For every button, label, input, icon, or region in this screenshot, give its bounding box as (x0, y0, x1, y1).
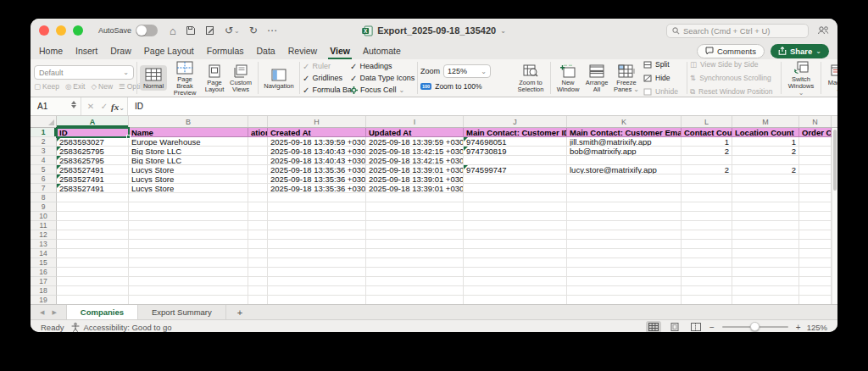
column-header-N[interactable]: N (799, 116, 832, 127)
cell-M1[interactable]: Location Count (732, 128, 799, 137)
cell-B6[interactable]: Lucys Store (129, 174, 248, 184)
cell-c217[interactable] (248, 277, 268, 286)
new-window-button[interactable]: New Window (554, 62, 582, 94)
cell-L1[interactable]: Contact Count (682, 128, 732, 137)
cell-M17[interactable] (732, 277, 799, 286)
navigation-button[interactable]: Navigation (261, 65, 297, 91)
cell-M3[interactable]: 2 (732, 147, 799, 156)
cell-B3[interactable]: Big Store LLC (129, 147, 248, 156)
cell-H13[interactable] (268, 240, 366, 249)
cell-c24[interactable] (248, 156, 268, 165)
cell-L17[interactable] (682, 277, 732, 286)
cell-H19[interactable] (268, 296, 366, 304)
cell-H17[interactable] (268, 277, 366, 286)
cell-A18[interactable] (57, 286, 129, 296)
cell-N7[interactable] (799, 184, 832, 193)
cell-B18[interactable] (129, 286, 248, 296)
cell-K8[interactable] (567, 193, 682, 202)
cell-M8[interactable] (732, 193, 799, 202)
cell-A10[interactable] (57, 212, 129, 221)
cell-J5[interactable]: 974599747 (464, 165, 567, 174)
search-input[interactable] (683, 26, 803, 36)
cell-B11[interactable] (129, 221, 248, 230)
row-header-7[interactable]: 7 (31, 184, 57, 193)
cell-L9[interactable] (682, 202, 732, 212)
cell-K7[interactable] (567, 184, 682, 193)
cell-J7[interactable] (464, 184, 567, 193)
page-break-preview-button[interactable]: Page Break Preview (167, 59, 203, 97)
cell-K11[interactable] (567, 221, 682, 230)
cell-N5[interactable] (799, 165, 832, 174)
cell-A5[interactable]: 2583527491 (57, 165, 129, 174)
cell-c25[interactable] (248, 165, 268, 174)
cell-N16[interactable] (799, 268, 832, 277)
cell-L8[interactable] (682, 193, 732, 202)
cell-N8[interactable] (799, 193, 832, 202)
headings-checkbox[interactable]: ✓Headings (350, 61, 415, 72)
cell-B4[interactable]: Big Store LLC (129, 156, 248, 165)
column-header-H[interactable]: H (268, 116, 366, 127)
cell-A6[interactable]: 2583527491 (57, 174, 129, 184)
close-window-button[interactable] (39, 25, 49, 36)
cell-c211[interactable] (248, 221, 268, 230)
row-header-18[interactable]: 18 (31, 286, 57, 296)
cell-J19[interactable] (464, 296, 567, 304)
cell-J17[interactable] (464, 277, 567, 286)
cell-N14[interactable] (799, 249, 832, 258)
cell-J16[interactable] (464, 268, 567, 277)
cell-A17[interactable] (57, 277, 129, 286)
cell-N10[interactable] (799, 212, 832, 221)
ribbon-tab-formulas[interactable]: Formulas (207, 46, 244, 56)
cell-B5[interactable]: Lucys Store (129, 165, 248, 174)
cell-N18[interactable] (799, 286, 832, 296)
cell-L12[interactable] (682, 230, 732, 240)
insert-function-icon[interactable]: fx⌄ (111, 102, 125, 112)
cell-B13[interactable] (129, 240, 248, 249)
cell-L7[interactable] (682, 184, 732, 193)
cell-I10[interactable] (366, 212, 464, 221)
cell-B16[interactable] (129, 268, 248, 277)
cell-N19[interactable] (799, 296, 832, 304)
cell-J3[interactable]: 974730819 (464, 147, 567, 156)
cell-L13[interactable] (682, 240, 732, 249)
cell-M13[interactable] (732, 240, 799, 249)
cell-c22[interactable] (248, 137, 268, 147)
cell-A15[interactable] (57, 258, 129, 268)
cell-c212[interactable] (248, 230, 268, 240)
cell-I14[interactable] (366, 249, 464, 258)
row-header-2[interactable]: 2 (31, 137, 57, 147)
cancel-entry-icon[interactable]: ✕ (84, 102, 97, 111)
cell-J13[interactable] (464, 240, 567, 249)
cell-L5[interactable]: 2 (682, 165, 732, 174)
name-box[interactable]: A1 (31, 97, 81, 115)
confirm-entry-icon[interactable]: ✓ (97, 102, 111, 111)
ribbon-tab-automate[interactable]: Automate (363, 46, 401, 56)
row-header-5[interactable]: 5 (31, 165, 57, 174)
cell-J18[interactable] (464, 286, 567, 296)
cell-M19[interactable] (732, 296, 799, 304)
cell-c26[interactable] (248, 174, 268, 184)
cell-L3[interactable]: 2 (682, 147, 732, 156)
cell-B17[interactable] (129, 277, 248, 286)
cell-B19[interactable] (129, 296, 248, 304)
cell-I5[interactable]: 2025-09-18 13:39:01 +0300 (366, 165, 464, 174)
ribbon-tab-view[interactable]: View (330, 46, 350, 56)
normal-view-button[interactable]: Normal (140, 65, 167, 91)
cell-J6[interactable] (464, 174, 567, 184)
cell-N11[interactable] (799, 221, 832, 230)
formula-input[interactable]: ID (128, 97, 837, 115)
cell-B14[interactable] (129, 249, 248, 258)
cell-N12[interactable] (799, 230, 832, 240)
cell-L18[interactable] (682, 286, 732, 296)
cell-H2[interactable]: 2025-09-18 13:39:59 +0300 (268, 137, 366, 147)
name-box-stepper[interactable] (71, 101, 76, 108)
reset-window-position-button[interactable]: ⧉Reset Window Position (690, 86, 778, 97)
cell-I13[interactable] (366, 240, 464, 249)
cell-I12[interactable] (366, 230, 464, 240)
cell-M5[interactable]: 2 (732, 165, 799, 174)
ribbon-tab-draw[interactable]: Draw (110, 46, 131, 56)
add-sheet-button[interactable]: + (226, 305, 253, 319)
cell-A12[interactable] (57, 230, 129, 240)
cell-B2[interactable]: Europe Warehouse (129, 137, 248, 147)
zoom-window-button[interactable] (73, 25, 83, 36)
